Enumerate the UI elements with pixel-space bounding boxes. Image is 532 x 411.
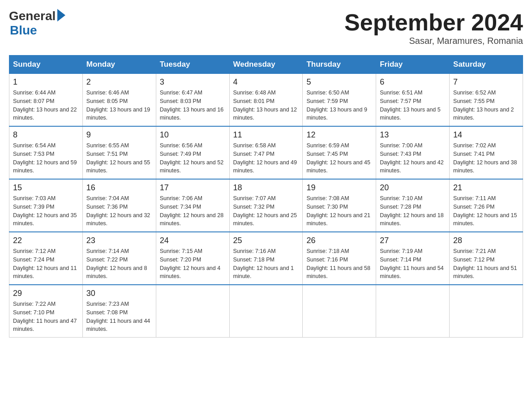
day-number: 29: [13, 289, 79, 298]
day-info: Sunrise: 6:58 AMSunset: 7:47 PMDaylight:…: [233, 142, 297, 174]
calendar-cell: 6 Sunrise: 6:51 AMSunset: 7:57 PMDayligh…: [376, 74, 450, 127]
day-info: Sunrise: 7:00 AMSunset: 7:43 PMDaylight:…: [380, 142, 443, 174]
month-title: September 2024: [344, 9, 523, 36]
day-info: Sunrise: 7:12 AMSunset: 7:24 PMDaylight:…: [13, 248, 77, 279]
calendar-week-row-3: 15 Sunrise: 7:03 AMSunset: 7:39 PMDaylig…: [9, 179, 523, 232]
calendar-cell: 11 Sunrise: 6:58 AMSunset: 7:47 PMDaylig…: [229, 126, 303, 179]
day-number: 30: [86, 289, 152, 298]
logo-general-text: General: [9, 9, 56, 23]
day-info: Sunrise: 7:06 AMSunset: 7:34 PMDaylight:…: [160, 195, 223, 227]
day-info: Sunrise: 7:16 AMSunset: 7:18 PMDaylight:…: [233, 248, 294, 279]
day-info: Sunrise: 6:47 AMSunset: 8:03 PMDaylight:…: [160, 90, 223, 121]
day-number: 24: [160, 236, 226, 245]
day-info: Sunrise: 6:52 AMSunset: 7:55 PMDaylight:…: [453, 90, 514, 121]
day-info: Sunrise: 7:23 AMSunset: 7:08 PMDaylight:…: [86, 301, 150, 332]
day-number: 8: [13, 130, 79, 140]
calendar-cell: 26 Sunrise: 7:18 AMSunset: 7:16 PMDaylig…: [303, 232, 376, 285]
header-saturday: Saturday: [450, 56, 523, 74]
day-info: Sunrise: 7:02 AMSunset: 7:41 PMDaylight:…: [453, 142, 517, 174]
day-number: 7: [453, 77, 519, 87]
day-number: 13: [380, 130, 446, 140]
day-info: Sunrise: 7:08 AMSunset: 7:30 PMDaylight:…: [306, 195, 370, 227]
day-number: 5: [306, 77, 372, 87]
calendar-cell: [303, 285, 376, 338]
day-info: Sunrise: 7:11 AMSunset: 7:26 PMDaylight:…: [453, 195, 517, 227]
day-info: Sunrise: 6:48 AMSunset: 8:01 PMDaylight:…: [233, 90, 297, 121]
day-number: 22: [13, 236, 79, 245]
calendar-cell: 9 Sunrise: 6:55 AMSunset: 7:51 PMDayligh…: [82, 126, 156, 179]
calendar-cell: 20 Sunrise: 7:10 AMSunset: 7:28 PMDaylig…: [376, 179, 450, 232]
day-number: 2: [86, 77, 152, 87]
day-info: Sunrise: 6:46 AMSunset: 8:05 PMDaylight:…: [86, 90, 150, 121]
calendar-cell: 19 Sunrise: 7:08 AMSunset: 7:30 PMDaylig…: [303, 179, 376, 232]
calendar-cell: 18 Sunrise: 7:07 AMSunset: 7:32 PMDaylig…: [229, 179, 303, 232]
logo: General Blue: [9, 9, 65, 38]
calendar-cell: 2 Sunrise: 6:46 AMSunset: 8:05 PMDayligh…: [82, 74, 156, 127]
calendar-cell: 24 Sunrise: 7:15 AMSunset: 7:20 PMDaylig…: [156, 232, 229, 285]
logo-blue-text: Blue: [10, 23, 37, 38]
calendar-cell: 1 Sunrise: 6:44 AMSunset: 8:07 PMDayligh…: [9, 74, 83, 127]
calendar-cell: 10 Sunrise: 6:56 AMSunset: 7:49 PMDaylig…: [156, 126, 229, 179]
day-info: Sunrise: 6:51 AMSunset: 7:57 PMDaylight:…: [380, 90, 441, 121]
location-text: Sasar, Maramures, Romania: [344, 36, 523, 46]
header-thursday: Thursday: [303, 56, 376, 74]
calendar-cell: 7 Sunrise: 6:52 AMSunset: 7:55 PMDayligh…: [450, 74, 523, 127]
calendar-cell: [376, 285, 450, 338]
day-number: 19: [306, 183, 372, 193]
calendar-cell: 8 Sunrise: 6:54 AMSunset: 7:53 PMDayligh…: [9, 126, 83, 179]
calendar-cell: 16 Sunrise: 7:04 AMSunset: 7:36 PMDaylig…: [82, 179, 156, 232]
day-info: Sunrise: 7:10 AMSunset: 7:28 PMDaylight:…: [380, 195, 443, 227]
page-header: General Blue September 2024 Sasar, Maram…: [9, 9, 523, 46]
calendar-cell: 4 Sunrise: 6:48 AMSunset: 8:01 PMDayligh…: [229, 74, 303, 127]
day-number: 3: [160, 77, 226, 87]
day-info: Sunrise: 6:55 AMSunset: 7:51 PMDaylight:…: [86, 142, 150, 174]
header-sunday: Sunday: [9, 56, 83, 74]
header-wednesday: Wednesday: [229, 56, 303, 74]
calendar-cell: 25 Sunrise: 7:16 AMSunset: 7:18 PMDaylig…: [229, 232, 303, 285]
calendar-table: SundayMondayTuesdayWednesdayThursdayFrid…: [9, 55, 523, 338]
calendar-cell: 30 Sunrise: 7:23 AMSunset: 7:08 PMDaylig…: [82, 285, 156, 338]
calendar-cell: 3 Sunrise: 6:47 AMSunset: 8:03 PMDayligh…: [156, 74, 229, 127]
day-number: 21: [453, 183, 519, 193]
day-number: 14: [453, 130, 519, 140]
day-number: 23: [86, 236, 152, 245]
day-info: Sunrise: 6:59 AMSunset: 7:45 PMDaylight:…: [306, 142, 370, 174]
calendar-header-row: SundayMondayTuesdayWednesdayThursdayFrid…: [9, 56, 523, 74]
day-info: Sunrise: 7:21 AMSunset: 7:12 PMDaylight:…: [453, 248, 517, 279]
calendar-cell: 13 Sunrise: 7:00 AMSunset: 7:43 PMDaylig…: [376, 126, 450, 179]
day-info: Sunrise: 7:04 AMSunset: 7:36 PMDaylight:…: [86, 195, 150, 227]
calendar-cell: [229, 285, 303, 338]
calendar-cell: 15 Sunrise: 7:03 AMSunset: 7:39 PMDaylig…: [9, 179, 83, 232]
day-info: Sunrise: 7:03 AMSunset: 7:39 PMDaylight:…: [13, 195, 77, 227]
day-number: 27: [380, 236, 446, 245]
calendar-cell: 28 Sunrise: 7:21 AMSunset: 7:12 PMDaylig…: [450, 232, 523, 285]
day-number: 26: [306, 236, 372, 245]
calendar-cell: 21 Sunrise: 7:11 AMSunset: 7:26 PMDaylig…: [450, 179, 523, 232]
calendar-week-row-2: 8 Sunrise: 6:54 AMSunset: 7:53 PMDayligh…: [9, 126, 523, 179]
day-info: Sunrise: 7:14 AMSunset: 7:22 PMDaylight:…: [86, 248, 147, 279]
calendar-cell: 12 Sunrise: 6:59 AMSunset: 7:45 PMDaylig…: [303, 126, 376, 179]
calendar-cell: 14 Sunrise: 7:02 AMSunset: 7:41 PMDaylig…: [450, 126, 523, 179]
day-number: 1: [13, 77, 79, 87]
day-number: 15: [13, 183, 79, 193]
day-number: 17: [160, 183, 226, 193]
day-number: 11: [233, 130, 299, 140]
day-number: 9: [86, 130, 152, 140]
day-info: Sunrise: 6:50 AMSunset: 7:59 PMDaylight:…: [306, 90, 367, 121]
calendar-cell: 22 Sunrise: 7:12 AMSunset: 7:24 PMDaylig…: [9, 232, 83, 285]
calendar-cell: [450, 285, 523, 338]
header-monday: Monday: [82, 56, 156, 74]
title-area: September 2024 Sasar, Maramures, Romania: [344, 9, 523, 46]
day-number: 25: [233, 236, 299, 245]
day-info: Sunrise: 6:54 AMSunset: 7:53 PMDaylight:…: [13, 142, 77, 174]
day-number: 12: [306, 130, 372, 140]
day-info: Sunrise: 7:15 AMSunset: 7:20 PMDaylight:…: [160, 248, 221, 279]
day-number: 6: [380, 77, 446, 87]
header-tuesday: Tuesday: [156, 56, 229, 74]
day-info: Sunrise: 6:44 AMSunset: 8:07 PMDaylight:…: [13, 90, 77, 121]
calendar-week-row-4: 22 Sunrise: 7:12 AMSunset: 7:24 PMDaylig…: [9, 232, 523, 285]
day-number: 28: [453, 236, 519, 245]
day-info: Sunrise: 7:22 AMSunset: 7:10 PMDaylight:…: [13, 301, 77, 332]
calendar-week-row-5: 29 Sunrise: 7:22 AMSunset: 7:10 PMDaylig…: [9, 285, 523, 338]
day-info: Sunrise: 7:07 AMSunset: 7:32 PMDaylight:…: [233, 195, 297, 227]
